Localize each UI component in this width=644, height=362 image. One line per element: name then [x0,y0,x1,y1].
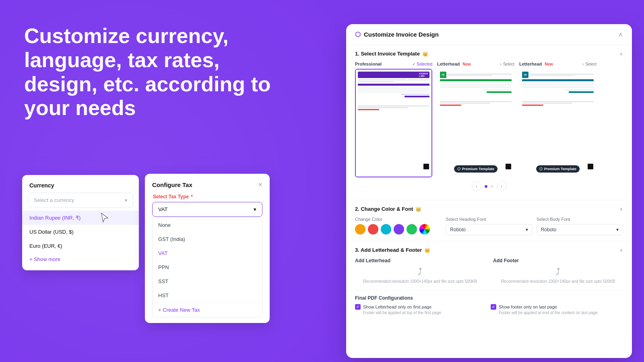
template-letterhead1-preview[interactable]: FB [437,69,514,177]
template-letterhead1-name: Letterhead New [437,62,471,66]
tax-option-sst[interactable]: SST [153,274,262,288]
configure-tax-header: Configure Tax × [152,181,262,188]
upload-footer-area[interactable]: ⤴ Recommended resolution 1000×140px and … [493,267,623,284]
pdf-config-item-footer: Show footer only on last page Footer wil… [491,304,623,315]
currency-show-more[interactable]: + Show more [22,253,139,265]
change-color-group: Change Color [355,217,442,234]
swatch-red[interactable] [368,224,378,234]
template-section: 1. Select Invoice Template 👑 ∧ Professio… [346,45,632,200]
create-new-tax-button[interactable]: + Create New Tax [153,302,262,317]
footer-checkbox[interactable] [491,304,496,310]
hero-text: Customize currency, language, tax rates,… [24,24,286,120]
currency-card: Currency Select a currency ▾ Indian Rupe… [22,175,139,270]
tax-type-label: Select Tax Type * [152,194,262,200]
swatch-green[interactable] [407,224,417,234]
template-collapse-icon[interactable]: ∧ [619,51,623,57]
letterhead-collapse-icon[interactable]: ∧ [619,247,623,253]
pdf-config-row-letterhead: Show Letterhead only on first page [355,304,487,310]
letterhead-section-title: 3. Add Letterhead & Footer 👑 [355,247,430,253]
template-item-letterhead1: Letterhead New ○ Select FB [437,62,514,177]
pdf-config-row-footer: Show footer only on last page [491,304,623,310]
color-swatches [355,224,442,234]
tax-dropdown: None GST (India) VAT PPN SST HST + Creat… [152,218,262,317]
add-footer-group: Add Footer ⤴ Recommended resolution 1000… [493,258,623,284]
currency-option-inr[interactable]: Indian Rupee (INR, ₹) [22,211,139,225]
carousel-dot-2[interactable] [491,185,493,188]
color-font-section: 2. Change Color & Font 👑 ∧ Change Color … [346,200,632,241]
body-font-chevron-icon: ▾ [616,227,619,232]
tax-dropdown-list: None GST (India) VAT PPN SST HST [153,218,262,302]
color-font-collapse-icon[interactable]: ∧ [619,206,623,212]
tax-option-vat[interactable]: VAT [153,246,262,260]
body-font-select[interactable]: Roboto ▾ [537,224,623,235]
template-professional-preview[interactable]: FOOBARLABS [355,69,432,177]
currency-option-eur[interactable]: Euro (EUR, €) [22,239,139,253]
currency-placeholder: Select a currency [34,197,74,203]
template-crown-icon: 👑 [422,51,428,57]
circle-check-icon-2: ○ [582,62,584,66]
tax-option-gst[interactable]: GST (India) [153,232,262,246]
template-item-letterhead1-header: Letterhead New ○ Select [437,62,514,66]
invoice-panel: ⬡ Customize Invoice Design ∧ 1. Select I… [346,24,632,358]
invoice-panel-title: ⬡ Customize Invoice Design [355,31,439,38]
invoice-panel-header: ⬡ Customize Invoice Design ∧ [346,24,632,45]
color-font-grid: Change Color Select Heading Font Roboto … [355,217,623,235]
template-section-title: 1. Select Invoice Template 👑 [355,51,428,57]
tax-option-none[interactable]: None [153,218,262,232]
color-font-section-title: 2. Change Color & Font 👑 [355,206,421,212]
letterhead-grid: Add Letterhead ⤴ Recommended resolution … [355,258,623,284]
carousel-next-button[interactable]: › [497,181,506,191]
check-icon: ✓ [412,62,415,66]
currency-card-title: Currency [22,182,139,193]
heading-font-label: Select Heading Font [446,217,532,222]
tax-option-ppn[interactable]: PPN [153,260,262,274]
add-letterhead-group: Add Letterhead ⤴ Recommended resolution … [355,258,485,284]
template-professional-name: Professional [355,62,382,66]
tax-chevron-icon: ▾ [254,206,256,212]
template-letterhead2-preview[interactable]: FB [519,69,597,177]
upload-letterhead-icon[interactable]: ⤴ [418,267,422,277]
template-letterhead2-select[interactable]: ○ Select [582,62,597,66]
footer-config-label: Show footer only on last page [499,304,557,309]
pdf-config-section: Final PDF Configurations Show Letterhead… [346,290,632,320]
template-item-professional: Professional ✓ Selected FOOBARLABS [355,62,432,177]
configure-tax-title: Configure Tax [152,181,192,188]
panel-close-button[interactable]: ∧ [618,31,623,38]
tax-type-select[interactable]: VAT ▾ [152,202,262,217]
heading-font-select[interactable]: Roboto ▾ [446,224,532,235]
upload-letterhead-hint: Recommended resolution 1000×140px and fi… [363,279,477,284]
template-professional-select[interactable]: ✓ Selected [412,62,432,66]
template-item-professional-header: Professional ✓ Selected [355,62,432,66]
tax-option-hst[interactable]: HST [153,288,262,302]
currency-select[interactable]: Select a currency ▾ [28,193,133,208]
configure-tax-close-button[interactable]: × [258,181,262,188]
currency-chevron-icon: ▾ [125,197,127,203]
currency-option-usd[interactable]: US Dollar (USD, $) [22,225,139,239]
pdf-config-item-letterhead: Show Letterhead only on first page Foote… [355,304,487,315]
add-letterhead-label: Add Letterhead [355,258,485,263]
letterhead-checkbox[interactable] [355,304,361,310]
swatch-purple[interactable] [394,224,404,234]
template-letterhead1-select[interactable]: ○ Select [500,62,514,66]
body-font-group: Select Body Font Roboto ▾ [537,217,623,235]
swatch-rainbow[interactable] [419,224,430,234]
pdf-config-title: Final PDF Configurations [355,295,623,301]
footer-config-sub: Footer will be applied at end of the con… [499,311,623,315]
upload-footer-icon[interactable]: ⤴ [556,267,560,277]
swatch-cyan[interactable] [381,224,391,234]
letterhead-section-header: 3. Add Letterhead & Footer 👑 ∧ [355,247,623,253]
template-item-letterhead2: Letterhead New ○ Select FB [519,62,597,177]
template-item-letterhead2-header: Letterhead New ○ Select [519,62,597,66]
pdf-config-grid: Show Letterhead only on first page Foote… [355,304,623,315]
premium-badge-2: ⬡ Premium Template [536,165,580,173]
circle-check-icon: ○ [500,62,502,66]
carousel-prev-button[interactable]: ‹ [472,181,481,191]
carousel-nav: ‹ › [355,177,623,194]
letterhead-crown-icon: 👑 [424,247,430,253]
upload-letterhead-area[interactable]: ⤴ Recommended resolution 1000×140px and … [355,267,485,284]
letterhead-config-sub: Footer will be applied at top of the fir… [363,311,487,315]
carousel-dot-1[interactable] [485,185,487,188]
heading-font-chevron-icon: ▾ [526,227,528,232]
letterhead-config-label: Show Letterhead only on first page [363,304,431,309]
swatch-yellow[interactable] [355,224,365,234]
